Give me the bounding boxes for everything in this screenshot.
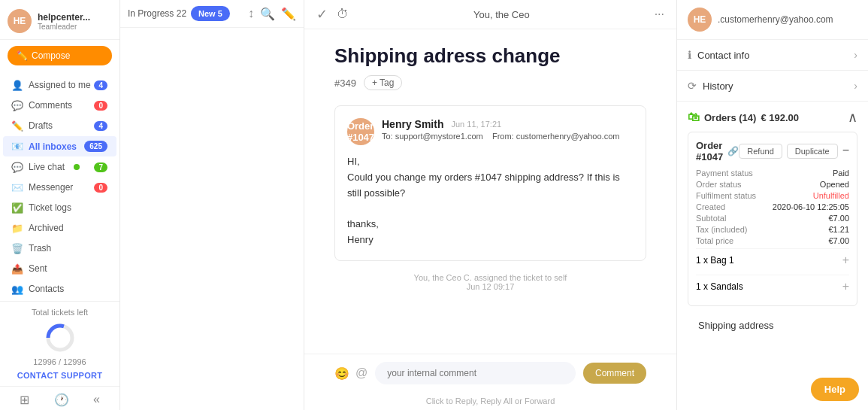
payment-status-label: Payment status — [696, 169, 753, 178]
email-body: HI, Could you change my orders #1047 shi… — [347, 154, 634, 248]
customer-email: .customerhenry@yahoo.com — [718, 14, 833, 25]
order-collapse-icon[interactable]: − — [842, 144, 849, 159]
created-value: 2020-06-10 12:25:05 — [773, 202, 849, 211]
more-options-icon[interactable]: ··· — [655, 8, 664, 21]
history-title: ⟳ History — [688, 80, 733, 92]
sidebar-item-sent[interactable]: 📤 Sent — [3, 259, 116, 278]
conv-list-tabs: In Progress 22 New 5 — [128, 6, 243, 21]
new-tab[interactable]: New 5 — [191, 6, 230, 21]
order-number: Order #1047 — [696, 140, 723, 162]
ticket-meta: #349 + Tag — [334, 75, 646, 90]
sidebar-item-ticketlogs[interactable]: ✅ Ticket logs — [3, 198, 116, 217]
subtotal-row: Subtotal €7.00 — [696, 214, 849, 223]
reply-input[interactable] — [375, 362, 576, 384]
main-header-center: You, the Ceo — [473, 9, 530, 20]
emoji-icon[interactable]: 😊 — [334, 366, 349, 381]
duplicate-button[interactable]: Duplicate — [787, 144, 838, 159]
mention-icon[interactable]: @ — [355, 366, 367, 381]
sidebar-item-label: All inboxes — [29, 141, 77, 152]
sidebar-item-label: Drafts — [29, 120, 53, 131]
sidebar-item-archived[interactable]: 📁 Archived — [3, 218, 116, 238]
drafts-badge: 4 — [94, 121, 107, 131]
shipping-address-title: Shipping address — [698, 320, 773, 331]
order-item-sandals: 1 x Sandals + — [696, 275, 849, 298]
comment-button[interactable]: Comment — [583, 363, 646, 384]
subtotal-value: €7.00 — [828, 214, 849, 223]
sidebar-item-livechat[interactable]: 💬 Live chat 7 — [3, 157, 116, 177]
email-header: Order #1047 Henry Smith Jun 11, 17:21 To… — [347, 118, 634, 145]
sidebar-item-messenger[interactable]: ✉️ Messenger 0 — [3, 178, 116, 197]
to-label: To: — [382, 132, 393, 141]
comments-badge: 0 — [94, 101, 107, 111]
sidebar-nav: 👤 Assigned to me 4 💬 Comments 0 ✏️ Draft… — [0, 71, 119, 301]
sidebar-item-contacts[interactable]: 👥 Contacts — [3, 279, 116, 299]
orders-title: 🛍 Orders (14) € 192.00 — [688, 111, 799, 124]
email-card: Order #1047 Henry Smith Jun 11, 17:21 To… — [334, 105, 646, 261]
sidebar-item-label: Contacts — [29, 284, 64, 294]
history-icon: ⟳ — [688, 80, 697, 92]
contact-info-chevron: › — [854, 49, 857, 61]
total-row: Total price €7.00 — [696, 236, 849, 245]
subtotal-label: Subtotal — [696, 214, 726, 223]
in-progress-label: In Progress 22 — [128, 8, 186, 19]
tag-button[interactable]: + Tag — [364, 75, 402, 90]
contact-support-button[interactable]: CONTACT SUPPORT — [8, 371, 112, 380]
clock-header-icon[interactable]: ⏱ — [337, 8, 349, 21]
sidebar-item-allinboxes[interactable]: 📧 All inboxes 625 — [3, 136, 116, 156]
sidebar-item-comments[interactable]: 💬 Comments 0 — [3, 96, 116, 115]
history-header[interactable]: ⟳ History › — [677, 71, 868, 101]
sent-icon: 📤 — [12, 263, 23, 274]
orders-bag-icon: 🛍 — [688, 111, 700, 124]
info-icon: ℹ — [688, 49, 691, 61]
total-tickets-value: 12996 / 12996 — [8, 357, 112, 366]
expand-bag-icon[interactable]: + — [842, 254, 849, 267]
order-item-name: 1 x Sandals — [696, 281, 743, 292]
sidebar-item-drafts[interactable]: ✏️ Drafts 4 — [3, 116, 116, 135]
email-sender-name: Henry Smith — [382, 118, 443, 130]
order-card-header: Order #1047 🔗 Refund Duplicate − — [696, 140, 849, 162]
sidebar-footer: Total tickets left 12996 / 12996 CONTACT… — [0, 301, 119, 386]
compose-label: Compose — [32, 50, 70, 61]
refund-button[interactable]: Refund — [739, 144, 782, 159]
search-icon[interactable]: 🔍 — [260, 7, 275, 21]
shipping-section: Shipping address — [688, 312, 857, 339]
conversation-list: In Progress 22 New 5 ↕ 🔍 ✏️ — [120, 0, 304, 410]
brand-name: helpcenter... — [38, 12, 90, 23]
orders-collapse-icon[interactable]: ∧ — [848, 109, 857, 126]
expand-sandals-icon[interactable]: + — [842, 280, 849, 293]
sidebar-item-label: Live chat — [29, 162, 65, 172]
main-header: ✓ ⏱ You, the Ceo ··· — [304, 0, 676, 29]
help-button[interactable]: Help — [811, 378, 859, 401]
sidebar-item-label: Assigned to me — [29, 80, 91, 90]
payment-status-row: Payment status Paid — [696, 169, 849, 178]
main-header-left: ✓ ⏱ — [316, 6, 349, 23]
order-item-bag: 1 x Bag 1 + — [696, 248, 849, 272]
sidebar-item-label: Archived — [29, 223, 64, 233]
collapse-icon[interactable]: « — [93, 393, 100, 407]
history-chevron: › — [854, 80, 857, 92]
avatar: HE — [8, 9, 32, 33]
sidebar-item-label: Sent — [29, 263, 47, 274]
order-status-label: Order status — [696, 180, 742, 189]
sidebar-toggle-icon[interactable]: ⊞ — [20, 393, 29, 407]
check-circle-icon[interactable]: ✓ — [316, 6, 328, 23]
fulfilment-row: Fulfilment status Unfulfilled — [696, 191, 849, 200]
to-value: support@mystore1.com — [395, 132, 483, 141]
ticket-id: #349 — [334, 77, 356, 89]
reply-footer: Click to Reply, Reply All or Forward — [304, 392, 676, 410]
main-content: ✓ ⏱ You, the Ceo ··· Shipping adress cha… — [304, 0, 676, 410]
edit-icon[interactable]: ✏️ — [281, 7, 296, 21]
sort-icon[interactable]: ↕ — [248, 7, 254, 21]
main-header-right: ··· — [655, 8, 664, 21]
sidebar-item-assigned[interactable]: 👤 Assigned to me 4 — [3, 75, 116, 95]
sidebar-item-trash[interactable]: 🗑️ Trash — [3, 238, 116, 258]
trash-icon: 🗑️ — [12, 243, 23, 254]
contact-info-header[interactable]: ℹ Contact info › — [677, 40, 868, 70]
email-body-line3: thanks, — [347, 217, 634, 232]
created-label: Created — [696, 202, 725, 211]
contact-info-section: ℹ Contact info › — [677, 40, 868, 71]
compose-button[interactable]: ✏️ Compose — [8, 46, 112, 65]
orders-section: 🛍 Orders (14) € 192.00 ∧ Order #1047 🔗 R… — [677, 102, 868, 346]
clock-icon[interactable]: 🕐 — [54, 393, 69, 407]
link-icon[interactable]: 🔗 — [727, 146, 739, 156]
